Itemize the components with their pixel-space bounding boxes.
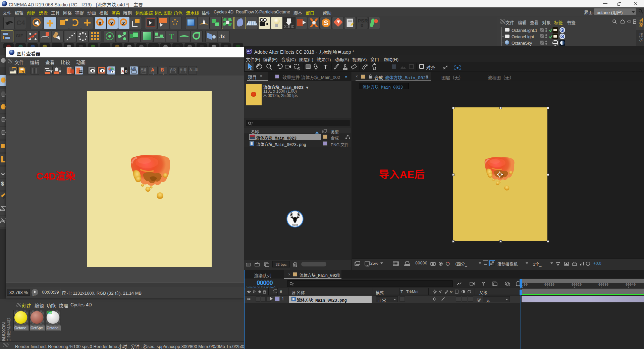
svg-text:T: T xyxy=(324,64,327,70)
svg-text:行走者: 行走者 xyxy=(292,223,298,226)
svg-text:fx: fx xyxy=(450,290,453,294)
